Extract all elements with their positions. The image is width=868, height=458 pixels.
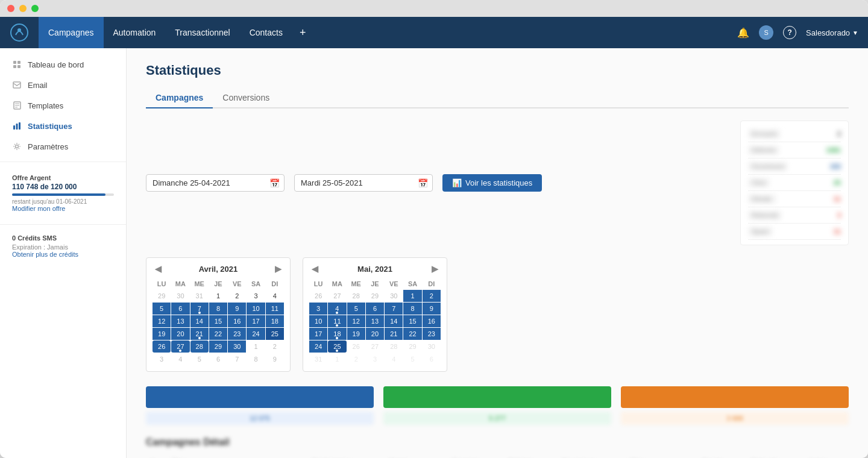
cal-day[interactable]: 9	[266, 353, 284, 365]
sidebar-item-statistiques[interactable]: Statistiques	[0, 116, 126, 136]
sidebar-item-templates[interactable]: Templates	[0, 95, 126, 116]
close-btn[interactable]	[7, 5, 14, 12]
cal-day[interactable]: 20	[366, 328, 384, 340]
cal-day[interactable]: 8	[403, 303, 421, 315]
cal-day[interactable]: 15	[403, 315, 421, 327]
cal-day[interactable]: 21	[190, 328, 209, 340]
cal-april-next[interactable]: ▶	[272, 264, 284, 274]
cal-day[interactable]: 31	[190, 290, 209, 302]
fullscreen-btn[interactable]	[31, 5, 39, 12]
calendar-end-icon[interactable]: 📅	[418, 178, 428, 188]
calendar-start-icon[interactable]: 📅	[269, 178, 280, 188]
cal-day[interactable]: 3	[247, 290, 265, 302]
cal-day[interactable]: 9	[228, 303, 246, 315]
cal-april-prev[interactable]: ◀	[153, 264, 164, 274]
cal-day[interactable]: 5	[403, 353, 421, 365]
cal-day[interactable]: 4	[171, 353, 189, 365]
cal-day[interactable]: 18	[328, 328, 346, 340]
sidebar-item-parametres[interactable]: Paramètres	[0, 136, 126, 157]
cal-day[interactable]: 29	[366, 290, 384, 302]
cal-day[interactable]: 29	[153, 290, 171, 302]
cal-day[interactable]: 10	[247, 303, 265, 315]
cal-day[interactable]: 6	[209, 353, 227, 365]
tab-campagnes[interactable]: Campagnes	[146, 88, 213, 108]
cal-may-prev[interactable]: ◀	[309, 264, 321, 274]
cal-day[interactable]: 14	[190, 315, 209, 327]
cal-day[interactable]: 3	[309, 303, 327, 315]
nav-automation[interactable]: Automation	[104, 17, 166, 48]
cal-day[interactable]: 30	[171, 290, 189, 302]
cal-day[interactable]: 8	[247, 353, 265, 365]
cal-day[interactable]: 5	[190, 353, 209, 365]
modify-plan-link[interactable]: Modifier mon offre	[12, 205, 114, 212]
cal-day-range-end[interactable]: 25	[266, 328, 284, 340]
cal-day[interactable]: 3	[153, 353, 171, 365]
cal-day[interactable]: 28	[385, 340, 403, 353]
sidebar-item-email[interactable]: Email	[0, 75, 126, 95]
cal-day[interactable]: 1	[247, 340, 265, 353]
cal-day[interactable]: 17	[309, 328, 327, 340]
cal-day[interactable]: 27	[366, 340, 384, 353]
cal-day[interactable]: 7	[190, 303, 209, 315]
cal-day[interactable]: 18	[266, 315, 284, 327]
cal-day[interactable]: 14	[385, 315, 403, 327]
date-end-input[interactable]	[294, 174, 433, 192]
bell-icon[interactable]: 🔔	[737, 27, 749, 39]
cal-day[interactable]: 26	[347, 340, 365, 353]
cal-day[interactable]: 17	[247, 315, 265, 327]
cal-day-26[interactable]: 26	[153, 340, 171, 353]
cal-day[interactable]: 4	[385, 353, 403, 365]
cal-day[interactable]: 19	[153, 328, 171, 340]
cal-day[interactable]: 20	[171, 328, 189, 340]
view-stats-button[interactable]: 📊 Voir les statistiques	[442, 174, 542, 192]
cal-day[interactable]: 28	[347, 290, 365, 302]
cal-day[interactable]: 29	[209, 340, 227, 353]
cal-day[interactable]: 19	[347, 328, 365, 340]
cal-day[interactable]: 11	[266, 303, 284, 315]
cal-day-27[interactable]: 27	[171, 340, 189, 353]
cal-day[interactable]: 4	[328, 303, 346, 315]
cal-day[interactable]: 12	[347, 315, 365, 327]
nav-campagnes[interactable]: Campagnes	[39, 17, 104, 48]
cal-day[interactable]: 7	[385, 303, 403, 315]
cal-day-25-may[interactable]: 25	[328, 340, 346, 353]
cal-day[interactable]: 23	[423, 328, 441, 340]
nav-contacts[interactable]: Contacts	[240, 17, 292, 48]
nav-plus-button[interactable]: +	[292, 17, 313, 48]
cal-day[interactable]: 5	[347, 303, 365, 315]
help-icon[interactable]: ?	[783, 26, 796, 39]
cal-day[interactable]: 15	[209, 315, 227, 327]
cal-day[interactable]: 7	[228, 353, 246, 365]
cal-day[interactable]: 1	[328, 353, 346, 365]
tab-conversions[interactable]: Conversions	[213, 88, 279, 108]
cal-day[interactable]: 16	[228, 315, 246, 327]
nav-transactionnel[interactable]: Transactionnel	[165, 17, 239, 48]
cal-day[interactable]: 12	[153, 315, 171, 327]
cal-day[interactable]: 10	[309, 315, 327, 327]
cal-day[interactable]: 4	[266, 290, 284, 302]
cal-day[interactable]: 21	[385, 328, 403, 340]
cal-day[interactable]: 23	[228, 328, 246, 340]
cal-day[interactable]: 26	[309, 290, 327, 302]
user-menu[interactable]: Salesdorado ▼	[806, 28, 858, 37]
obtain-credits-link[interactable]: Obtenir plus de crédits	[12, 251, 114, 258]
cal-day[interactable]: 30	[228, 340, 246, 353]
cal-day[interactable]: 13	[366, 315, 384, 327]
cal-day[interactable]: 2	[423, 290, 441, 302]
cal-day[interactable]: 6	[366, 303, 384, 315]
cal-day[interactable]: 5	[153, 303, 171, 315]
minimize-btn[interactable]	[19, 5, 27, 12]
cal-day[interactable]: 22	[403, 328, 421, 340]
cal-day[interactable]: 24	[247, 328, 265, 340]
cal-may-next[interactable]: ▶	[429, 264, 441, 274]
cal-day[interactable]: 2	[266, 340, 284, 353]
user-avatar-icon[interactable]: S	[759, 25, 773, 40]
cal-day[interactable]: 31	[309, 353, 327, 365]
sidebar-item-tableau[interactable]: Tableau de bord	[0, 54, 126, 75]
cal-day[interactable]: 29	[403, 340, 421, 353]
cal-day-28[interactable]: 28	[190, 340, 209, 353]
cal-day[interactable]: 24	[309, 340, 327, 353]
cal-day[interactable]: 2	[228, 290, 246, 302]
cal-day[interactable]: 6	[171, 303, 189, 315]
cal-day[interactable]: 16	[423, 315, 441, 327]
